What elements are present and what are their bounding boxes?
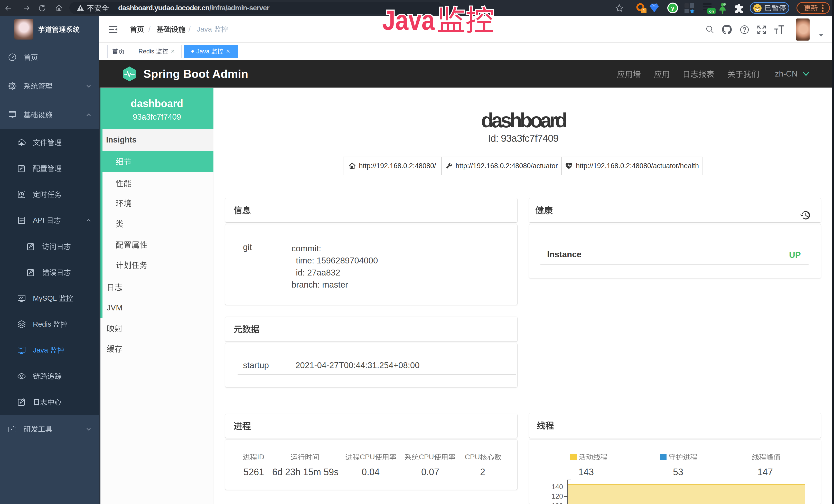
svg-text:1: 1	[643, 9, 645, 13]
svg-text:on: on	[709, 9, 714, 13]
svg-text:y: y	[671, 4, 675, 11]
